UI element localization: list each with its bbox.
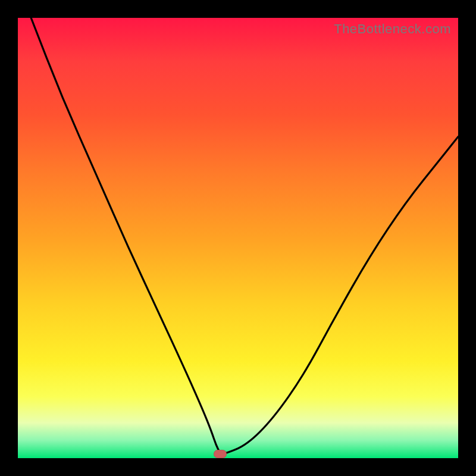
plot-area: TheBottleneck.com <box>18 18 458 458</box>
min-marker <box>214 450 227 458</box>
chart-frame: TheBottleneck.com <box>0 0 476 476</box>
curve-path <box>31 18 458 454</box>
bottleneck-curve <box>18 18 458 458</box>
